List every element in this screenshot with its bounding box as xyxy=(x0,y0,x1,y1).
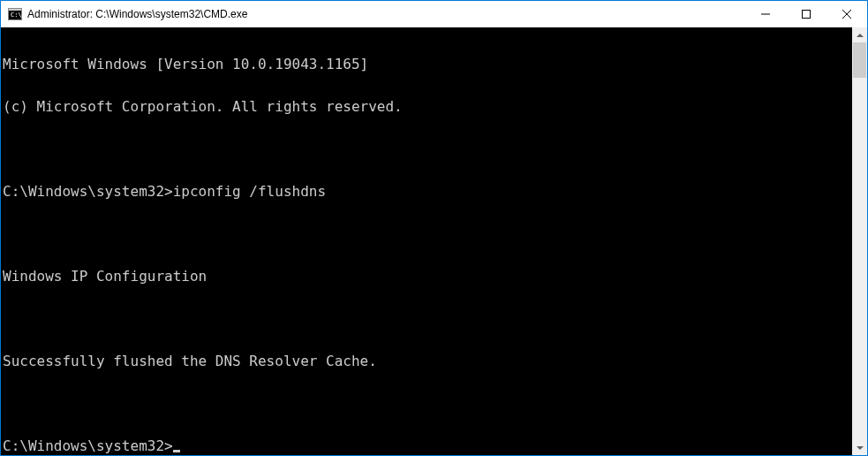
svg-text:C:\: C:\ xyxy=(11,11,22,19)
scroll-down-button[interactable] xyxy=(852,440,867,455)
minimize-button[interactable] xyxy=(745,1,786,27)
terminal-line: Windows IP Configuration xyxy=(3,270,852,284)
close-button[interactable] xyxy=(826,1,867,27)
scrollbar-thumb[interactable] xyxy=(853,42,866,78)
terminal-line: Successfully flushed the DNS Resolver Ca… xyxy=(3,354,852,369)
terminal-line: (c) Microsoft Corporation. All rights re… xyxy=(3,100,852,114)
maximize-button[interactable] xyxy=(786,1,826,27)
terminal-line xyxy=(3,227,852,241)
client-area: Microsoft Windows [Version 10.0.19043.11… xyxy=(1,27,867,455)
cursor-icon xyxy=(173,450,180,452)
window-title: Administrator: C:\Windows\system32\CMD.e… xyxy=(27,8,247,20)
terminal-prompt: C:\Windows\system32> xyxy=(3,437,173,454)
terminal-line xyxy=(3,312,852,326)
window-controls xyxy=(745,1,867,27)
cmd-window: C:\ Administrator: C:\Windows\system32\C… xyxy=(0,0,868,456)
svg-rect-1 xyxy=(9,9,21,11)
svg-marker-7 xyxy=(857,34,864,37)
terminal-line: C:\Windows\system32>ipconfig /flushdns xyxy=(3,185,852,199)
svg-rect-4 xyxy=(803,11,811,19)
cmd-icon: C:\ xyxy=(8,7,22,21)
terminal-output[interactable]: Microsoft Windows [Version 10.0.19043.11… xyxy=(1,27,852,455)
terminal-line: Microsoft Windows [Version 10.0.19043.11… xyxy=(3,57,852,72)
vertical-scrollbar[interactable] xyxy=(852,27,867,455)
terminal-line xyxy=(3,397,852,411)
terminal-line xyxy=(3,142,852,156)
titlebar[interactable]: C:\ Administrator: C:\Windows\system32\C… xyxy=(1,1,867,27)
scroll-up-button[interactable] xyxy=(852,27,867,42)
terminal-prompt-line: C:\Windows\system32> xyxy=(3,439,852,453)
svg-marker-8 xyxy=(857,446,864,450)
